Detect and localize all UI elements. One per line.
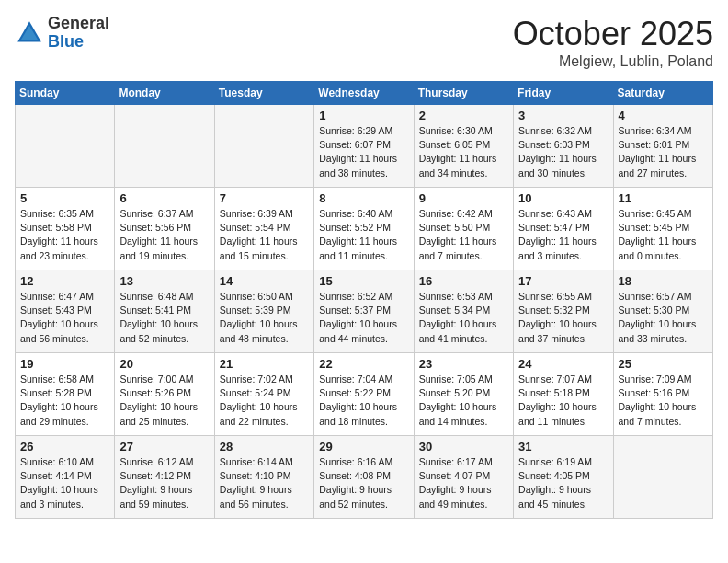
day-number: 24	[518, 357, 608, 371]
day-cell-23: 23Sunrise: 7:05 AM Sunset: 5:20 PM Dayli…	[414, 353, 513, 436]
day-header-thursday: Thursday	[414, 82, 513, 105]
day-cell-3: 3Sunrise: 6:32 AM Sunset: 6:03 PM Daylig…	[514, 105, 613, 188]
day-header-saturday: Saturday	[613, 82, 712, 105]
day-number: 15	[319, 274, 408, 288]
day-cell-13: 13Sunrise: 6:48 AM Sunset: 5:41 PM Dayli…	[115, 270, 214, 353]
day-content: Sunrise: 6:12 AM Sunset: 4:12 PM Dayligh…	[119, 455, 209, 511]
month-title: October 2025	[513, 15, 713, 53]
day-content: Sunrise: 6:40 AM Sunset: 5:52 PM Dayligh…	[319, 207, 408, 263]
day-cell-12: 12Sunrise: 6:47 AM Sunset: 5:43 PM Dayli…	[16, 270, 115, 353]
day-cell-18: 18Sunrise: 6:57 AM Sunset: 5:30 PM Dayli…	[613, 270, 712, 353]
logo-general: General	[48, 15, 109, 33]
day-number: 11	[619, 191, 708, 205]
day-content: Sunrise: 7:04 AM Sunset: 5:22 PM Dayligh…	[319, 373, 408, 429]
day-number: 14	[220, 274, 309, 288]
day-number: 10	[518, 191, 608, 205]
day-cell-20: 20Sunrise: 7:00 AM Sunset: 5:26 PM Dayli…	[115, 353, 214, 436]
day-number: 16	[419, 274, 508, 288]
day-cell-21: 21Sunrise: 7:02 AM Sunset: 5:24 PM Dayli…	[214, 353, 313, 436]
day-content: Sunrise: 6:48 AM Sunset: 5:41 PM Dayligh…	[119, 290, 209, 346]
day-content: Sunrise: 6:14 AM Sunset: 4:10 PM Dayligh…	[220, 455, 309, 511]
empty-cell	[613, 436, 712, 519]
day-number: 30	[419, 440, 508, 454]
day-content: Sunrise: 6:47 AM Sunset: 5:43 PM Dayligh…	[20, 290, 109, 346]
day-content: Sunrise: 6:43 AM Sunset: 5:47 PM Dayligh…	[518, 207, 608, 263]
day-header-sunday: Sunday	[16, 82, 115, 105]
day-number: 19	[20, 357, 109, 371]
day-number: 18	[619, 274, 708, 288]
day-content: Sunrise: 6:32 AM Sunset: 6:03 PM Dayligh…	[518, 124, 608, 180]
title-block: October 2025 Melgiew, Lublin, Poland	[513, 15, 713, 70]
day-cell-10: 10Sunrise: 6:43 AM Sunset: 5:47 PM Dayli…	[514, 188, 613, 270]
day-cell-15: 15Sunrise: 6:52 AM Sunset: 5:37 PM Dayli…	[314, 270, 414, 353]
day-content: Sunrise: 6:37 AM Sunset: 5:56 PM Dayligh…	[119, 207, 209, 263]
day-cell-2: 2Sunrise: 6:30 AM Sunset: 6:05 PM Daylig…	[414, 105, 513, 188]
week-row: 1Sunrise: 6:29 AM Sunset: 6:07 PM Daylig…	[16, 105, 713, 188]
day-number: 28	[220, 440, 309, 454]
day-number: 9	[419, 191, 508, 205]
day-header-monday: Monday	[115, 82, 214, 105]
day-cell-17: 17Sunrise: 6:55 AM Sunset: 5:32 PM Dayli…	[514, 270, 613, 353]
day-cell-27: 27Sunrise: 6:12 AM Sunset: 4:12 PM Dayli…	[115, 436, 214, 519]
day-content: Sunrise: 7:00 AM Sunset: 5:26 PM Dayligh…	[119, 373, 209, 429]
day-content: Sunrise: 7:09 AM Sunset: 5:16 PM Dayligh…	[619, 373, 708, 429]
day-number: 4	[619, 109, 708, 122]
day-content: Sunrise: 6:19 AM Sunset: 4:05 PM Dayligh…	[518, 455, 608, 511]
day-number: 12	[20, 274, 109, 288]
week-row: 5Sunrise: 6:35 AM Sunset: 5:58 PM Daylig…	[16, 188, 713, 270]
day-content: Sunrise: 6:29 AM Sunset: 6:07 PM Dayligh…	[319, 124, 408, 180]
day-number: 31	[518, 440, 608, 454]
day-content: Sunrise: 6:50 AM Sunset: 5:39 PM Dayligh…	[220, 290, 309, 346]
day-cell-24: 24Sunrise: 7:07 AM Sunset: 5:18 PM Dayli…	[514, 353, 613, 436]
day-content: Sunrise: 6:58 AM Sunset: 5:28 PM Dayligh…	[20, 373, 109, 429]
day-header-friday: Friday	[514, 82, 613, 105]
day-cell-31: 31Sunrise: 6:19 AM Sunset: 4:05 PM Dayli…	[514, 436, 613, 519]
day-cell-28: 28Sunrise: 6:14 AM Sunset: 4:10 PM Dayli…	[214, 436, 313, 519]
day-number: 6	[119, 191, 209, 205]
day-cell-11: 11Sunrise: 6:45 AM Sunset: 5:45 PM Dayli…	[613, 188, 712, 270]
day-content: Sunrise: 6:10 AM Sunset: 4:14 PM Dayligh…	[20, 455, 109, 511]
logo: General Blue	[15, 15, 109, 52]
day-number: 27	[119, 440, 209, 454]
day-header-wednesday: Wednesday	[314, 82, 414, 105]
day-content: Sunrise: 6:39 AM Sunset: 5:54 PM Dayligh…	[220, 207, 309, 263]
day-cell-29: 29Sunrise: 6:16 AM Sunset: 4:08 PM Dayli…	[314, 436, 414, 519]
day-cell-9: 9Sunrise: 6:42 AM Sunset: 5:50 PM Daylig…	[414, 188, 513, 270]
day-number: 3	[518, 109, 608, 122]
day-number: 1	[319, 109, 408, 122]
day-number: 21	[220, 357, 309, 371]
logo-blue: Blue	[48, 33, 109, 52]
day-cell-19: 19Sunrise: 6:58 AM Sunset: 5:28 PM Dayli…	[16, 353, 115, 436]
day-content: Sunrise: 6:17 AM Sunset: 4:07 PM Dayligh…	[419, 455, 508, 511]
day-number: 22	[319, 357, 408, 371]
day-cell-4: 4Sunrise: 6:34 AM Sunset: 6:01 PM Daylig…	[613, 105, 712, 188]
empty-cell	[214, 105, 313, 188]
header-row: SundayMondayTuesdayWednesdayThursdayFrid…	[16, 82, 713, 105]
day-content: Sunrise: 6:35 AM Sunset: 5:58 PM Dayligh…	[20, 207, 109, 263]
logo-icon	[15, 18, 44, 48]
day-cell-1: 1Sunrise: 6:29 AM Sunset: 6:07 PM Daylig…	[314, 105, 414, 188]
day-content: Sunrise: 7:07 AM Sunset: 5:18 PM Dayligh…	[518, 373, 608, 429]
day-content: Sunrise: 6:30 AM Sunset: 6:05 PM Dayligh…	[419, 124, 508, 180]
day-content: Sunrise: 6:34 AM Sunset: 6:01 PM Dayligh…	[619, 124, 708, 180]
day-cell-30: 30Sunrise: 6:17 AM Sunset: 4:07 PM Dayli…	[414, 436, 513, 519]
day-content: Sunrise: 6:53 AM Sunset: 5:34 PM Dayligh…	[419, 290, 508, 346]
day-number: 8	[319, 191, 408, 205]
day-content: Sunrise: 7:02 AM Sunset: 5:24 PM Dayligh…	[220, 373, 309, 429]
day-cell-25: 25Sunrise: 7:09 AM Sunset: 5:16 PM Dayli…	[613, 353, 712, 436]
day-header-tuesday: Tuesday	[214, 82, 313, 105]
day-cell-8: 8Sunrise: 6:40 AM Sunset: 5:52 PM Daylig…	[314, 188, 414, 270]
page-header: General Blue October 2025 Melgiew, Lubli…	[15, 15, 713, 70]
day-number: 2	[419, 109, 508, 122]
empty-cell	[115, 105, 214, 188]
day-content: Sunrise: 6:52 AM Sunset: 5:37 PM Dayligh…	[319, 290, 408, 346]
calendar-table: SundayMondayTuesdayWednesdayThursdayFrid…	[15, 81, 713, 519]
empty-cell	[16, 105, 115, 188]
day-number: 7	[220, 191, 309, 205]
day-cell-7: 7Sunrise: 6:39 AM Sunset: 5:54 PM Daylig…	[214, 188, 313, 270]
day-number: 29	[319, 440, 408, 454]
day-content: Sunrise: 6:42 AM Sunset: 5:50 PM Dayligh…	[419, 207, 508, 263]
day-number: 26	[20, 440, 109, 454]
day-number: 25	[619, 357, 708, 371]
day-content: Sunrise: 6:16 AM Sunset: 4:08 PM Dayligh…	[319, 455, 408, 511]
